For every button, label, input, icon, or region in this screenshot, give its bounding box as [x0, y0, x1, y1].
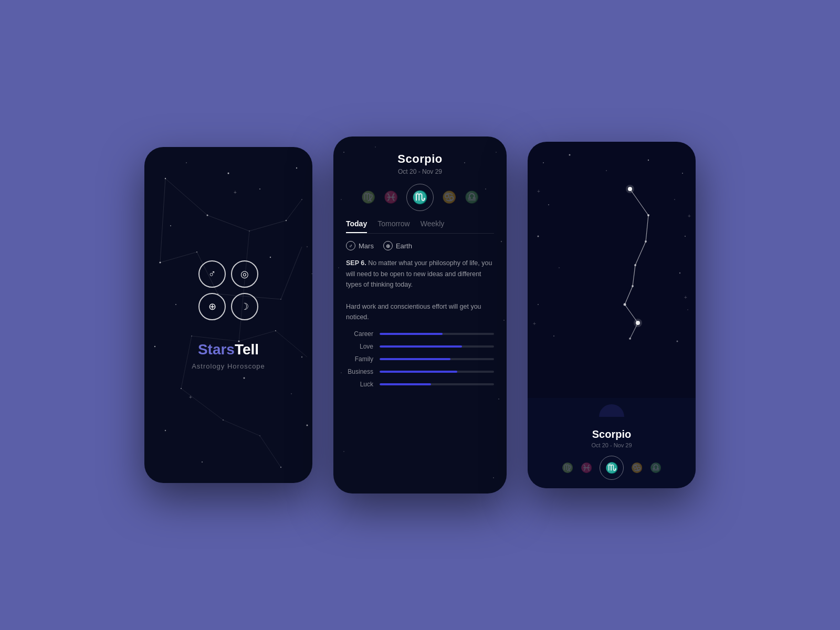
mars-label: Mars: [359, 242, 374, 250]
svg-line-91: [633, 265, 635, 286]
business-track: [380, 371, 494, 373]
svg-point-66: [606, 170, 607, 171]
svg-point-99: [629, 338, 631, 340]
svg-point-69: [674, 199, 675, 200]
svg-point-92: [632, 285, 634, 287]
svg-text:+: +: [533, 321, 536, 327]
tab-tomorrow[interactable]: Tomorrow: [377, 219, 410, 233]
ruling-planets: ♂ Mars ⊕ Earth: [346, 241, 494, 250]
tab-today[interactable]: Today: [346, 219, 367, 233]
app-name-stars: Stars: [198, 341, 235, 358]
svg-point-65: [569, 154, 571, 156]
moon-icon: ☽: [231, 293, 258, 320]
zodiac-libra[interactable]: ♎: [465, 191, 479, 204]
svg-point-72: [685, 236, 686, 237]
sign-name-3: Scorpio: [540, 428, 683, 440]
earth-label: Earth: [396, 242, 412, 250]
zodiac-selector[interactable]: ♍ ♓ ♏ ♋ ♎: [346, 184, 494, 211]
horoscope-date: SEP 6.: [346, 259, 366, 267]
mars-symbol: ♂: [346, 241, 355, 250]
zodiac-virgo[interactable]: ♍: [361, 191, 375, 204]
svg-point-94: [624, 303, 626, 306]
zodiac3-cancer[interactable]: ♋: [631, 462, 643, 474]
business-label: Business: [346, 368, 373, 375]
svg-line-93: [625, 286, 633, 304]
earth-icon: ⊕: [198, 293, 226, 320]
horoscope-body: SEP 6. No matter what your philosophy of…: [346, 258, 494, 323]
zodiac3-virgo[interactable]: ♍: [562, 462, 573, 474]
svg-line-87: [646, 215, 648, 242]
svg-point-67: [648, 160, 649, 161]
planet-icons-grid: ♂ ◎ ⊕ ☽: [198, 260, 258, 320]
family-fill: [380, 358, 450, 360]
meter-career: Career: [346, 330, 494, 338]
svg-point-77: [553, 335, 554, 337]
svg-point-96: [636, 321, 640, 325]
meter-luck: Luck: [346, 381, 494, 388]
zodiac-pisces[interactable]: ♓: [384, 191, 398, 204]
svg-line-85: [630, 189, 648, 215]
planet-earth: ⊕ Earth: [383, 241, 412, 250]
clock-icon: ◎: [231, 260, 258, 288]
family-label: Family: [346, 355, 373, 363]
meter-love: Love: [346, 343, 494, 350]
mars-icon: ♂: [198, 260, 226, 288]
career-fill: [380, 333, 443, 335]
sign-dates-3: Oct 20 - Nov 29: [540, 442, 683, 448]
zodiac3-pisces[interactable]: ♓: [581, 462, 592, 474]
zodiac3-scorpio-active[interactable]: ♏: [600, 456, 624, 480]
sign-name: Scorpio: [346, 152, 494, 166]
zodiac-row-3[interactable]: ♍ ♓ ♏ ♋ ♎: [540, 456, 683, 480]
meter-family: Family: [346, 355, 494, 363]
love-track: [380, 345, 494, 348]
svg-point-64: [543, 162, 544, 163]
sign-dates: Oct 20 - Nov 29: [346, 168, 494, 175]
svg-line-89: [635, 242, 646, 265]
svg-point-73: [559, 267, 560, 268]
app-name-tell: Tell: [235, 341, 259, 358]
svg-point-84: [626, 185, 634, 193]
luck-track: [380, 383, 494, 385]
phone1-main-content: ♂ ◎ ⊕ ☽ StarsTell Astrology Horoscope: [144, 147, 312, 483]
phone2-screen: Scorpio Oct 20 - Nov 29 ♍ ♓ ♏ ♋ ♎ Today …: [333, 136, 507, 494]
planet-mars: ♂ Mars: [346, 241, 374, 250]
career-label: Career: [346, 330, 373, 338]
svg-point-74: [679, 272, 680, 274]
svg-line-95: [625, 304, 638, 323]
phone3-screen: + + + + Scorpio Oct: [528, 142, 696, 488]
family-track: [380, 358, 494, 360]
love-fill: [380, 345, 462, 348]
love-label: Love: [346, 343, 373, 350]
phone1-screen: + + + ♂ ◎ ⊕ ☽ StarsTell Astrology Horosc…: [144, 147, 312, 483]
earth-symbol: ⊕: [383, 241, 393, 250]
bottom-handle: [599, 404, 624, 417]
zodiac3-libra[interactable]: ♎: [650, 462, 662, 474]
svg-point-68: [682, 173, 683, 174]
zodiac-cancer[interactable]: ♋: [442, 191, 456, 204]
aspect-meters: Career Love Family Business: [346, 330, 494, 388]
svg-point-78: [677, 341, 678, 342]
svg-point-70: [548, 204, 549, 205]
tab-weekly[interactable]: Weekly: [421, 219, 445, 233]
svg-point-76: [687, 309, 688, 310]
svg-point-71: [538, 236, 539, 237]
svg-point-75: [538, 304, 539, 305]
svg-point-90: [634, 264, 636, 266]
career-track: [380, 333, 494, 335]
svg-text:+: +: [684, 295, 687, 300]
luck-label: Luck: [346, 381, 373, 388]
svg-point-83: [628, 187, 632, 191]
horoscope-text2: Hard work and conscientious effort will …: [346, 303, 481, 321]
meter-business: Business: [346, 368, 494, 375]
zodiac-scorpio-active[interactable]: ♏: [406, 184, 434, 211]
svg-line-98: [630, 323, 638, 339]
sign-header: Scorpio Oct 20 - Nov 29: [346, 147, 494, 175]
business-fill: [380, 371, 457, 373]
horoscope-text1: No matter what your philosophy of life, …: [346, 259, 492, 288]
app-subtitle: Astrology Horoscope: [192, 362, 265, 370]
svg-point-86: [647, 214, 649, 216]
phone3-bottom: Scorpio Oct 20 - Nov 29 ♍ ♓ ♏ ♋ ♎: [528, 398, 696, 488]
svg-text:+: +: [688, 213, 691, 219]
svg-text:+: +: [537, 188, 540, 194]
app-name: StarsTell: [198, 341, 259, 358]
